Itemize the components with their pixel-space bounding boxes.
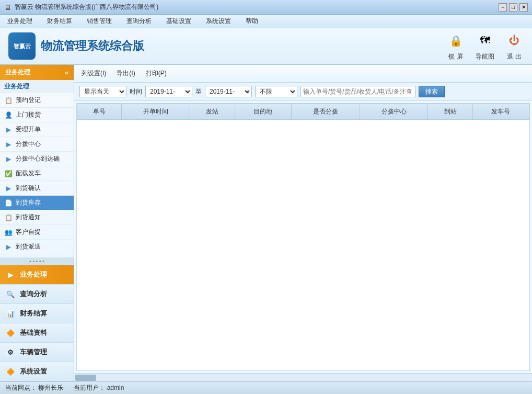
nav-label: 导航图 [476, 52, 494, 61]
nav-item-basic[interactable]: 🔶 基础资料 [0, 323, 74, 343]
vehicle-nav-icon: ⚙ [5, 347, 16, 357]
sidebar-item-booking[interactable]: 📋 预约登记 [0, 93, 74, 108]
horizontal-scrollbar[interactable] [74, 373, 532, 381]
sidebar-collapse-icon[interactable]: « [65, 69, 68, 76]
basic-nav-label: 基础资料 [20, 328, 47, 337]
sidebar-item-label: 受理开单 [16, 125, 41, 134]
system-nav-icon: 🔶 [5, 366, 16, 377]
nav-icon: 🗺 [476, 31, 494, 50]
date-from-wrapper[interactable]: 2019-11-07 [145, 86, 192, 97]
bottom-nav: ▶ 业务处理 🔍 查询分析 📊 财务结算 🔶 基础资料 ⚙ 车辆管理 🔶 系 [0, 265, 74, 381]
col-open-time: 开单时间 [122, 104, 190, 120]
date-to-select[interactable]: 2019-11-07 [205, 86, 252, 97]
sidebar-item-load[interactable]: ✅ 配载发车 [0, 166, 74, 181]
pickup-icon: 👤 [4, 111, 13, 119]
lock-label: 锁 屏 [448, 52, 462, 61]
sidebar: 业务处理 « 业务处理 📋 预约登记 👤 上门接货 ▶ 受理开单 ▶ 分拨中心 … [0, 65, 74, 381]
sidebar-item-arrive-confirm[interactable]: ▶ 到货确认 [0, 181, 74, 196]
basic-nav-icon: 🔶 [5, 328, 16, 338]
col-settings-button[interactable]: 列设置(I) [79, 68, 108, 79]
lock-icon: 🔒 [446, 31, 465, 50]
sidebar-item-self-pickup[interactable]: 👥 客户自提 [0, 225, 74, 240]
window-title: 智赢云 物流管理系统综合版(广西八界物流有限公司) [15, 3, 158, 12]
sidebar-item-warehouse[interactable]: 📄 到货库存 [0, 196, 74, 210]
sidebar-list: 📋 预约登记 👤 上门接货 ▶ 受理开单 ▶ 分拨中心 ▶ 分拨中心到达确 ✅ [0, 93, 74, 257]
app-title: 物流管理系统综合版 [41, 38, 144, 54]
menu-bar: 业务处理 财务结算 销售管理 查询分析 基础设置 系统设置 帮助 [0, 15, 532, 28]
close-button[interactable]: ✕ [519, 3, 528, 12]
table-header: 单号 开单时间 发站 目的地 是否分拨 分拨中心 到站 发车号 [77, 104, 529, 120]
display-select-wrapper[interactable]: 显示当天 显示本周 显示本月 全部 [79, 86, 126, 97]
col-is-transfer: 是否分拨 [291, 104, 360, 120]
col-car-no: 发车号 [472, 104, 529, 120]
menu-basic[interactable]: 基础设置 [163, 16, 194, 27]
accept-icon: ▶ [4, 126, 13, 134]
data-table-container: 单号 开单时间 发站 目的地 是否分拨 分拨中心 到站 发车号 [76, 103, 530, 371]
title-bar: 🖥 智赢云 物流管理系统综合版(广西八界物流有限公司) － □ ✕ [0, 0, 532, 15]
toolbar: 列设置(I) 导出(I) 打印(P) [74, 65, 532, 83]
nav-item-vehicle[interactable]: ⚙ 车辆管理 [0, 343, 74, 362]
filter-bar: 显示当天 显示本周 显示本月 全部 时间 2019-11-07 至 2019-1… [74, 83, 532, 101]
finance-nav-icon: 📊 [5, 308, 16, 319]
sidebar-item-label: 客户自提 [16, 228, 41, 237]
notify-icon: 📋 [4, 213, 13, 222]
status-bar: 当前网点： 柳州长乐 当前用户： admin [0, 381, 532, 394]
menu-help[interactable]: 帮助 [242, 16, 261, 27]
query-nav-icon: 🔍 [5, 289, 16, 299]
title-bar-text: 🖥 智赢云 物流管理系统综合版(广西八界物流有限公司) [4, 3, 158, 12]
menu-system[interactable]: 系统设置 [203, 16, 234, 27]
sidebar-section-title: 业务处理 [0, 80, 74, 93]
sidebar-item-label: 到货通知 [16, 213, 41, 222]
sidebar-item-notify[interactable]: 📋 到货通知 [0, 210, 74, 225]
sidebar-item-transfer[interactable]: ▶ 分拨中心 [0, 137, 74, 152]
print-button[interactable]: 打印(P) [144, 68, 169, 79]
limit-select[interactable]: 不限 100条 500条 1000条 [255, 86, 297, 97]
nav-item-query[interactable]: 🔍 查询分析 [0, 285, 74, 304]
menu-business[interactable]: 业务处理 [4, 16, 36, 27]
sidebar-item-label: 到货库存 [16, 198, 41, 207]
search-button[interactable]: 搜索 [419, 86, 445, 97]
sidebar-item-pickup[interactable]: 👤 上门接货 [0, 108, 74, 122]
nav-item-business[interactable]: ▶ 业务处理 [0, 265, 74, 285]
date-separator: 至 [195, 87, 202, 96]
network-point-info: 当前网点： 柳州长乐 [5, 384, 63, 392]
sidebar-item-dispatch[interactable]: ▶ 到货派送 [0, 240, 74, 254]
sidebar-item-label: 配载发车 [16, 169, 41, 178]
exit-button[interactable]: ⏻ 退 出 [505, 31, 524, 61]
date-from-select[interactable]: 2019-11-07 [145, 86, 192, 97]
menu-query[interactable]: 查询分析 [123, 16, 155, 27]
menu-finance[interactable]: 财务结算 [44, 16, 75, 27]
main-layout: 业务处理 « 业务处理 📋 预约登记 👤 上门接货 ▶ 受理开单 ▶ 分拨中心 … [0, 65, 532, 381]
network-point-label: 当前网点： [5, 384, 37, 391]
menu-sales[interactable]: 销售管理 [84, 16, 115, 27]
load-icon: ✅ [4, 170, 13, 178]
export-button[interactable]: 导出(I) [114, 68, 137, 79]
col-transfer-center: 分拨中心 [360, 104, 428, 120]
lock-screen-button[interactable]: 🔒 锁 屏 [446, 31, 465, 61]
header-buttons: 🔒 锁 屏 🗺 导航图 ⏻ 退 出 [446, 31, 524, 61]
sidebar-item-transfer-arrive[interactable]: ▶ 分拨中心到达确 [0, 152, 74, 166]
search-input[interactable] [300, 86, 415, 97]
display-select[interactable]: 显示当天 显示本周 显示本月 全部 [79, 86, 126, 97]
window-controls[interactable]: － □ ✕ [499, 3, 528, 12]
col-order-no: 单号 [77, 104, 122, 120]
nav-item-system[interactable]: 🔶 系统设置 [0, 362, 74, 381]
col-destination: 目的地 [235, 104, 291, 120]
exit-label: 退 出 [507, 52, 521, 61]
sidebar-item-label: 预约登记 [16, 96, 41, 105]
minimize-button[interactable]: － [499, 3, 507, 12]
self-pickup-icon: 👥 [4, 228, 13, 237]
scrollbar-thumb[interactable] [75, 375, 96, 381]
sidebar-item-label: 到货派送 [16, 242, 41, 251]
nav-map-button[interactable]: 🗺 导航图 [476, 31, 494, 61]
sidebar-item-accept[interactable]: ▶ 受理开单 [0, 122, 74, 137]
nav-item-finance[interactable]: 📊 财务结算 [0, 304, 74, 323]
sidebar-resize-handle[interactable]: • • • • • [0, 257, 74, 265]
logo-icon: 智赢云 [8, 32, 36, 60]
maximize-button[interactable]: □ [509, 3, 517, 12]
limit-select-wrapper[interactable]: 不限 100条 500条 1000条 [255, 86, 297, 97]
date-to-wrapper[interactable]: 2019-11-07 [205, 86, 252, 97]
finance-nav-label: 财务结算 [20, 309, 47, 318]
sidebar-item-label: 到货确认 [16, 184, 41, 193]
sidebar-header: 业务处理 « [0, 65, 74, 80]
